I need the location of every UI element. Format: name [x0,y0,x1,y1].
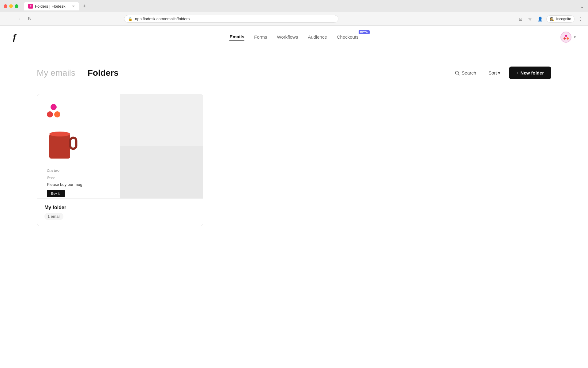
new-folder-button[interactable]: + New folder [509,67,551,79]
mug-svg [47,128,81,162]
nav-right: ▾ [560,32,576,43]
search-label: Search [462,70,476,75]
forward-button[interactable]: → [15,15,23,23]
folder-count: 1 email [44,213,63,220]
active-tab[interactable]: F Folders | Flodesk × [24,2,79,10]
preview-main: One two three Please buy our mug Buy it! [37,94,120,198]
address-bar[interactable]: 🔒 app.flodesk.com/emails/folders [124,15,338,23]
email-logo-dots [47,104,60,117]
top-navigation: ƒ Emails Forms Workflows Audience Checko… [0,26,588,48]
logo[interactable]: ƒ [12,32,17,42]
nav-forms[interactable]: Forms [254,33,267,41]
preview-side [120,94,203,198]
incognito-badge: 🕵 Incognito [546,15,575,23]
preview-side-bottom [120,146,203,198]
profile-icon[interactable]: 👤 [536,15,545,23]
browser-chrome: F Folders | Flodesk × + ⌄ ← → ↻ 🔒 app.fl… [0,0,588,26]
browser-nav: ← → ↻ 🔒 app.flodesk.com/emails/folders ⊡… [0,12,588,26]
folder-name: My folder [44,205,196,210]
svg-rect-5 [70,138,76,149]
search-button[interactable]: Search [451,68,480,78]
avatar-chevron[interactable]: ▾ [574,35,576,39]
avatar-dot-left [564,37,566,40]
nav-audience[interactable]: Audience [308,33,327,41]
browser-actions: ⊡ ☆ 👤 🕵 Incognito ⋮ [517,15,584,23]
avatar[interactable] [560,32,571,43]
nav-workflows[interactable]: Workflows [277,33,298,41]
page-content: My emails Folders Search Sort ▾ + New fo… [0,48,588,245]
back-button[interactable]: ← [4,15,12,23]
tab-favicon: F [28,4,33,9]
tab-close-button[interactable]: × [72,4,75,9]
browser-tabs: F Folders | Flodesk × + [24,2,89,11]
svg-line-1 [458,74,459,75]
new-tab-button[interactable]: + [80,2,89,11]
sort-button[interactable]: Sort ▾ [485,68,504,78]
app: ƒ Emails Forms Workflows Audience Checko… [0,26,588,245]
folder-card[interactable]: One two three Please buy our mug Buy it!… [37,94,203,226]
page-header: My emails Folders Search Sort ▾ + New fo… [37,67,551,79]
beta-badge: BETA [359,30,370,34]
nav-emails[interactable]: Emails [229,33,244,41]
incognito-label: Incognito [556,17,571,21]
avatar-dot-right [567,37,569,40]
email-preview-logo [47,104,60,117]
minimize-window-button[interactable] [9,4,13,8]
lock-icon: 🔒 [128,17,133,21]
logo-dot-left [47,111,53,117]
email-preview-heading: Please buy our mug [47,182,82,187]
page-title-group: My emails Folders [37,68,119,78]
logo-dots-row [47,111,60,117]
window-expand-icon: ⌄ [580,3,584,10]
logo-dot-right [54,111,60,117]
preview-side-top [120,94,203,146]
sort-label: Sort [488,70,497,75]
product-image [47,128,81,163]
tab-title: Folders | Flodesk [35,4,65,9]
page-actions: Search Sort ▾ + New folder [451,67,551,79]
address-text: app.flodesk.com/emails/folders [135,17,190,21]
search-icon [455,71,460,75]
nav-checkouts-label: Checkouts [337,34,359,40]
avatar-dot-top [565,35,567,37]
email-cta-button[interactable]: Buy it! [47,190,65,197]
folder-grid: One two three Please buy our mug Buy it!… [37,94,551,226]
refresh-button[interactable]: ↻ [26,15,33,23]
logo-dot-top [51,104,57,110]
maximize-window-button[interactable] [15,4,18,8]
avatar-dots [563,35,569,40]
browser-window-controls [4,4,18,8]
close-window-button[interactable] [4,4,7,8]
bookmark-icon[interactable]: ☆ [526,15,534,23]
breadcrumb-my-emails[interactable]: My emails [37,68,75,78]
folder-preview: One two three Please buy our mug Buy it! [37,94,203,198]
folder-info: My folder 1 email [37,198,203,226]
menu-icon[interactable]: ⋮ [576,15,584,23]
browser-titlebar: F Folders | Flodesk × + ⌄ [0,0,588,12]
nav-links: Emails Forms Workflows Audience Checkout… [229,33,358,41]
cast-icon[interactable]: ⊡ [517,15,524,23]
nav-checkouts[interactable]: Checkouts BETA [337,33,359,41]
email-preview-text-line2: three [47,175,55,180]
email-preview-text-line1: One two [47,168,59,173]
svg-rect-3 [49,134,70,159]
page-title: Folders [88,68,119,78]
svg-point-4 [49,132,70,136]
incognito-icon: 🕵 [550,17,554,21]
sort-chevron-icon: ▾ [498,70,500,76]
